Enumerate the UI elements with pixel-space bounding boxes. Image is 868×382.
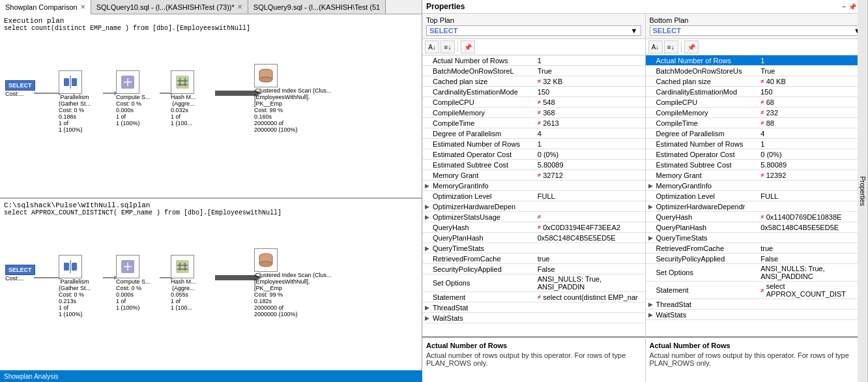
left-desc-title: Actual Number of Rows (426, 342, 641, 349)
pin-btn-right[interactable]: 📌 (684, 40, 699, 53)
left-prop-row-16[interactable]: QueryHash ≠ 0xC0D3194E4F73EEA2 (422, 222, 645, 233)
right-prop-row-22[interactable]: ▶ ThreadStat (646, 299, 869, 310)
left-prop-row-8[interactable]: Estimated Number of Rows 1 (422, 139, 645, 149)
left-prop-row-3[interactable]: CardinalityEstimationMode 150 (422, 87, 645, 97)
right-prop-row-8[interactable]: Estimated Number of Rows 1 (646, 139, 869, 149)
right-prop-row-16[interactable]: QueryPlanHash 0x58C148C4B5E5ED5E (646, 222, 869, 233)
select-box-top: SELECT (5, 80, 35, 91)
right-prop-row-10[interactable]: Estimated Subtree Cost 5.80089 (646, 160, 869, 170)
props-minimize-btn[interactable]: – (842, 3, 846, 10)
left-prop-row-14[interactable]: ▶ OptimizerHardwareDepen (422, 201, 645, 212)
left-prop-row-9[interactable]: Estimated Operator Cost 0 (0%) (422, 149, 645, 160)
right-prop-name-19: SecurityPolicyApplied (656, 255, 761, 263)
right-prop-name-9: Estimated Operator Cost (656, 151, 761, 158)
right-prop-row-13[interactable]: Optimization Level FULL (646, 191, 869, 201)
left-prop-row-15[interactable]: ▶ OptimizerStatsUsage ≠ (422, 212, 645, 222)
right-expand-17[interactable]: ▶ (648, 235, 656, 241)
right-prop-val-15: ≠ 0x1140D769DE10838E (760, 213, 865, 221)
sort-category-btn-left[interactable]: ≡↓ (441, 40, 455, 53)
tab-showplan[interactable]: Showplan Comparison ✕ (0, 0, 91, 14)
right-prop-row-21[interactable]: Statement ≠ select APPROX_COUNT_DIST (646, 282, 869, 299)
left-prop-row-23[interactable]: ▶ ThreadStat (422, 302, 645, 313)
right-expand-23[interactable]: ▶ (648, 312, 656, 318)
right-desc-text: Actual number of rows output by this ope… (650, 351, 865, 367)
left-expand-14[interactable]: ▶ (425, 203, 433, 210)
left-prop-row-11[interactable]: Memory Grant ≠ 32712 (422, 170, 645, 181)
ineq-icon-right-6: ≠ (760, 119, 764, 126)
left-prop-row-17[interactable]: QueryPlanHash 0x58C148C4B5E5ED5E (422, 233, 645, 243)
tab-sqlquery9[interactable]: SQLQuery9.sql - (l...(KASHISH\Test (51 (248, 0, 386, 14)
right-prop-row-15[interactable]: QueryHash ≠ 0x1140D769DE10838E (646, 212, 869, 222)
right-prop-row-12[interactable]: ▶ MemoryGrantInfo (646, 181, 869, 191)
hash-icon-bottom (171, 255, 194, 278)
left-expand-23[interactable]: ▶ (425, 304, 433, 311)
right-prop-val-2: ≠ 40 KB (760, 78, 865, 85)
sort-az-btn-right[interactable]: A↓ (648, 40, 663, 53)
left-prop-row-19[interactable]: RetrievedFromCache true (422, 254, 645, 264)
right-prop-row-20[interactable]: Set Options ANSI_NULLS: True, ANSI_PADDI… (646, 264, 869, 282)
right-prop-row-18[interactable]: RetrievedFromCache true (646, 243, 869, 254)
left-prop-row-13[interactable]: Optimization Level FULL (422, 191, 645, 201)
left-prop-row-2[interactable]: Cached plan size ≠ 32 KB (422, 76, 645, 87)
left-prop-row-22[interactable]: Statement ≠ select count(distinct EMP_na… (422, 292, 645, 302)
right-expand-14[interactable]: ▶ (648, 203, 656, 210)
left-prop-row-10[interactable]: Estimated Subtree Cost 5.80089 (422, 160, 645, 170)
right-prop-row-2[interactable]: Cached plan size ≠ 40 KB (646, 76, 869, 87)
right-expand-12[interactable]: ▶ (648, 183, 656, 189)
left-prop-val-17: 0x58C148C4B5E5ED5E (538, 234, 643, 242)
pin-btn-left[interactable]: 📌 (461, 40, 475, 53)
right-prop-name-0: Actual Number of Rows (656, 57, 761, 65)
svg-rect-33 (72, 263, 77, 271)
right-prop-row-3[interactable]: CardinalityEstimationMod 150 (646, 87, 869, 97)
left-expand-18[interactable]: ▶ (425, 245, 433, 252)
right-prop-row-7[interactable]: Degree of Parallelism 4 (646, 128, 869, 139)
right-prop-row-23[interactable]: ▶ WaitStats (646, 310, 869, 320)
right-prop-row-11[interactable]: Memory Grant ≠ 12392 (646, 170, 869, 181)
left-prop-row-1[interactable]: BatchModeOnRowStoreL True (422, 66, 645, 76)
right-expand-22[interactable]: ▶ (648, 301, 656, 308)
right-prop-name-20: Set Options (656, 269, 761, 276)
left-expand-12[interactable]: ▶ (425, 183, 433, 189)
left-prop-row-5[interactable]: CompileMemory ≠ 368 (422, 108, 645, 118)
right-prop-row-1[interactable]: BatchModeOnRowStoreUs True (646, 66, 869, 76)
sort-category-btn-right[interactable]: ≡↓ (664, 40, 678, 53)
sort-az-btn-left[interactable]: A↓ (425, 40, 439, 53)
left-prop-row-6[interactable]: CompileTime ≠ 2613 (422, 118, 645, 128)
left-expand-15[interactable]: ▶ (425, 214, 433, 220)
right-prop-name-15: QueryHash (656, 213, 761, 221)
parallelism-icon-top (59, 70, 82, 94)
right-prop-row-9[interactable]: Estimated Operator Cost 0 (0%) (646, 149, 869, 160)
properties-side-tab[interactable]: Properties (858, 0, 868, 382)
right-prop-row-19[interactable]: SecurityPolicyApplied False (646, 254, 869, 264)
right-prop-row-6[interactable]: CompileTime ≠ 88 (646, 118, 869, 128)
left-prop-row-24[interactable]: ▶ WaitStats (422, 313, 645, 323)
bottom-plan-title: C:\sqlshack\Pulse\WIthNull.sqlplan (4, 201, 418, 209)
right-prop-row-17[interactable]: ▶ QueryTimeStats (646, 233, 869, 243)
left-prop-row-4[interactable]: CompileCPU ≠ 548 (422, 97, 645, 108)
left-prop-row-18[interactable]: ▶ QueryTimeStats (422, 243, 645, 254)
props-pin-btn[interactable]: 📌 (848, 3, 856, 10)
right-prop-row-5[interactable]: CompileMemory ≠ 232 (646, 108, 869, 118)
tab-sqlquery10-close[interactable]: ✕ (237, 3, 242, 10)
top-plan-query: select count(distinct EMP_name ) from [d… (4, 25, 418, 32)
right-prop-name-8: Estimated Number of Rows (656, 140, 761, 148)
ineq-icon-left-22: ≠ (538, 293, 542, 301)
left-prop-row-21[interactable]: Set Options ANSI_NULLS: True, ANSI_PADDI… (422, 274, 645, 292)
tab-showplan-close[interactable]: ✕ (80, 3, 85, 10)
left-expand-24[interactable]: ▶ (425, 315, 433, 321)
right-prop-row-14[interactable]: ▶ OptimizerHardwareDependr (646, 201, 869, 212)
left-prop-row-12[interactable]: ▶ MemoryGrantInfo (422, 181, 645, 191)
left-prop-name-12: MemoryGrantInfo (433, 182, 538, 190)
tab-sqlquery10[interactable]: SQLQuery10.sql - (l...(KASHISH\Test (73)… (91, 0, 248, 14)
left-prop-row-7[interactable]: Degree of Parallelism 4 (422, 128, 645, 139)
left-prop-row-20[interactable]: SecurityPolicyApplied False (422, 264, 645, 274)
top-plan-dropdown-arrow[interactable]: ▼ (631, 27, 638, 35)
right-prop-row-4[interactable]: CompileCPU ≠ 68 (646, 97, 869, 108)
bottom-plan-select-container[interactable]: SELECT ▼ (650, 25, 865, 36)
right-prop-row-0[interactable]: Actual Number of Rows 1 (646, 55, 869, 66)
top-plan-select-container[interactable]: SELECT ▼ (426, 25, 641, 36)
compute-svg-top (119, 73, 137, 91)
left-props-tree: Actual Number of Rows 1 BatchModeOnRowSt… (422, 55, 645, 336)
clustered-svg-top (257, 66, 275, 85)
left-prop-row-0[interactable]: Actual Number of Rows 1 (422, 55, 645, 66)
